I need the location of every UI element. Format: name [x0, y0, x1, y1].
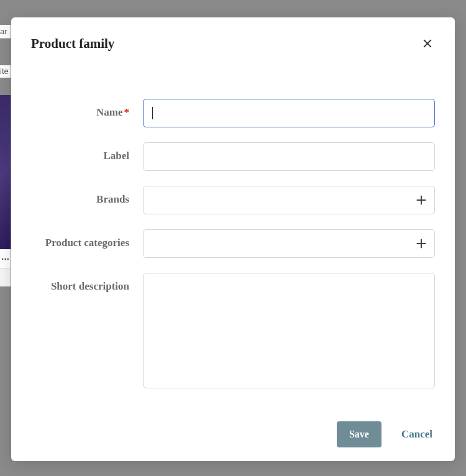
- required-indicator: *: [124, 106, 130, 118]
- name-input[interactable]: [143, 99, 435, 127]
- cancel-button[interactable]: Cancel: [399, 422, 435, 447]
- bg-thumbnail: [0, 95, 11, 249]
- name-label: Name*: [31, 99, 143, 119]
- bg-fragment: ite: [0, 65, 11, 78]
- bg-fragment: ar: [0, 25, 11, 39]
- label-label: Label: [31, 142, 143, 162]
- plus-icon: [414, 193, 428, 207]
- modal-title: Product family: [31, 36, 114, 52]
- text-cursor: [152, 107, 153, 119]
- form-body: Name* Label Brands: [31, 52, 435, 411]
- field-row-brands: Brands: [31, 186, 435, 214]
- save-button[interactable]: Save: [337, 421, 381, 447]
- field-row-short-description: Short description: [31, 273, 435, 391]
- field-row-name: Name*: [31, 99, 435, 127]
- modal-footer: Save Cancel: [31, 411, 435, 447]
- label-input[interactable]: [143, 142, 435, 171]
- bg-more-icon: ⋯: [0, 249, 11, 268]
- product-family-modal: Product family Name* Label: [11, 17, 455, 461]
- plus-icon: [414, 237, 428, 250]
- categories-picker[interactable]: [143, 229, 435, 258]
- close-icon: [421, 37, 434, 50]
- bg-fragment: [0, 268, 11, 286]
- modal-header: Product family: [31, 36, 435, 52]
- close-button[interactable]: [420, 36, 435, 51]
- label-text: Name: [96, 106, 122, 118]
- field-row-categories: Product categories: [31, 229, 435, 258]
- brands-picker[interactable]: [143, 186, 435, 214]
- short-description-textarea[interactable]: [143, 273, 435, 388]
- short-description-label: Short description: [31, 273, 143, 293]
- categories-label: Product categories: [31, 229, 143, 249]
- brands-label: Brands: [31, 186, 143, 206]
- field-row-label: Label: [31, 142, 435, 171]
